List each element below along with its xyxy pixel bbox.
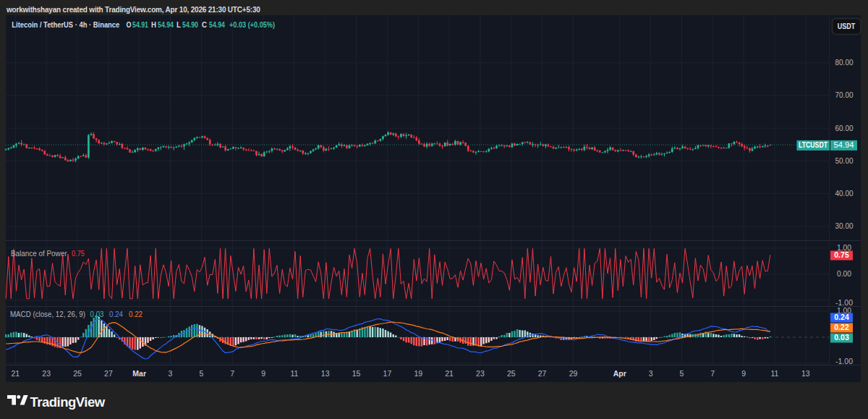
svg-text:Mar: Mar [132,369,146,378]
svg-text:25: 25 [507,369,516,378]
svg-text:19: 19 [414,369,422,378]
svg-text:54.94: 54.94 [834,140,854,149]
svg-text:0.22: 0.22 [129,310,142,318]
svg-text:-1.00: -1.00 [835,357,853,365]
svg-text:0.03: 0.03 [834,333,849,342]
svg-text:9: 9 [741,369,746,378]
svg-text:5: 5 [199,369,203,378]
svg-text:Litecoin / TetherUS · 4h · Bin: Litecoin / TetherUS · 4h · Binance [12,20,119,29]
svg-text:23: 23 [42,369,51,378]
svg-text:O: O [126,20,131,29]
svg-text:Apr: Apr [613,369,626,378]
svg-text:5: 5 [679,369,684,378]
svg-text:LTCUSDT: LTCUSDT [799,141,827,149]
svg-text:0.24: 0.24 [109,310,123,318]
svg-text:Balance of Power: Balance of Power [11,249,67,258]
svg-text:7: 7 [230,369,234,378]
svg-text:60.00: 60.00 [835,124,854,132]
svg-text:3: 3 [649,369,653,378]
svg-text:15: 15 [352,369,361,378]
svg-text:50.00: 50.00 [835,156,854,165]
svg-text:54.91: 54.91 [132,20,148,29]
svg-text:0.22: 0.22 [834,323,849,331]
svg-text:7: 7 [710,369,715,378]
svg-text:80.00: 80.00 [835,58,854,67]
svg-text:11: 11 [290,369,298,378]
svg-text:13: 13 [321,369,330,378]
svg-text:H: H [151,20,156,29]
svg-text:23: 23 [476,369,485,378]
svg-text:TradingView: TradingView [30,395,106,410]
svg-text:27: 27 [104,369,113,378]
svg-text:25: 25 [73,369,82,378]
svg-text:+0.03 (+0.05%): +0.03 (+0.05%) [229,20,275,29]
svg-text:17: 17 [383,369,392,378]
svg-text:13: 13 [801,369,810,378]
svg-text:L: L [176,20,181,29]
svg-text:USDT: USDT [838,22,856,30]
svg-text:29: 29 [569,369,578,378]
svg-text:21: 21 [11,369,20,378]
svg-text:0.24: 0.24 [834,313,849,321]
svg-text:0.03: 0.03 [90,310,104,318]
svg-text:54.90: 54.90 [182,20,198,29]
svg-text:21: 21 [445,369,454,378]
svg-text:27: 27 [538,369,547,378]
svg-text:40.00: 40.00 [835,189,854,198]
svg-text:54.94: 54.94 [209,20,226,29]
svg-text:30.00: 30.00 [835,221,854,230]
svg-text:70.00: 70.00 [835,90,854,99]
svg-text:54.94: 54.94 [158,20,174,29]
svg-text:MACD (close, 12, 26, 9): MACD (close, 12, 26, 9) [10,310,85,318]
svg-text:C: C [202,20,207,29]
svg-text:0.75: 0.75 [834,250,849,259]
svg-text:0.00: 0.00 [837,269,851,278]
svg-text:3: 3 [169,369,173,378]
svg-text:9: 9 [261,369,265,378]
svg-text:11: 11 [770,369,778,378]
svg-text:0.75: 0.75 [72,249,85,258]
